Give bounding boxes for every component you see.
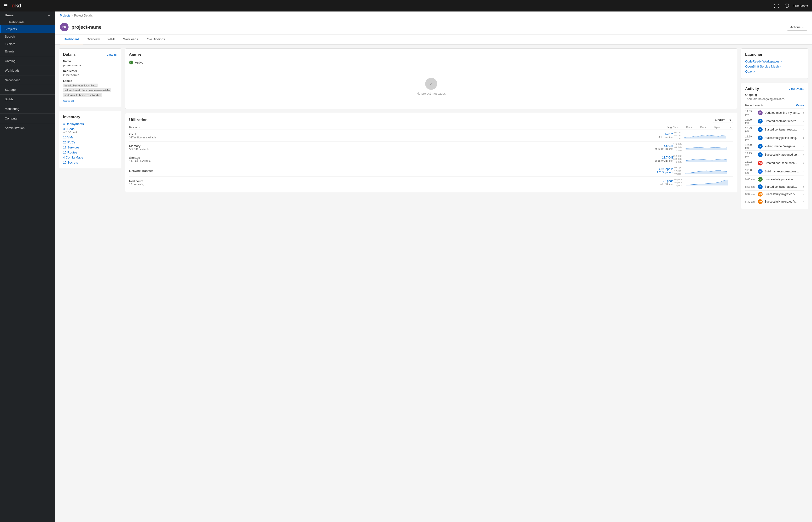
- breadcrumb-projects[interactable]: Projects: [60, 14, 70, 17]
- inventory-vms-link[interactable]: 10 VMs: [63, 136, 117, 139]
- inventory-secrets-link[interactable]: 10 Secrets: [63, 161, 117, 164]
- brand-o: o: [12, 3, 15, 9]
- sidebar-item-dashboards[interactable]: Dashboards: [0, 19, 55, 25]
- event-avatar: RC: [758, 161, 762, 165]
- event-chevron-icon: ›: [803, 178, 804, 181]
- launcher-service-mesh[interactable]: OpenShift Service Mesh: [745, 65, 804, 68]
- labels-view-all[interactable]: View all: [63, 99, 117, 103]
- tab-dashboard[interactable]: Dashboard: [60, 35, 83, 44]
- sidebar-item-networking[interactable]: Networking: [0, 76, 55, 84]
- tab-workloads[interactable]: Workloads: [119, 35, 142, 44]
- event-item-1[interactable]: 12:29 pm P Created container reacta... ›: [745, 117, 804, 125]
- event-time: 12:29 pm: [745, 127, 756, 133]
- event-time: 8:32 am: [745, 193, 756, 196]
- util-resource-name: Pod count: [129, 179, 652, 183]
- status-active-label: Active: [135, 61, 143, 64]
- inventory-configmaps-link[interactable]: 4 Config Maps: [63, 156, 117, 159]
- event-time: 12:29 pm: [745, 152, 756, 158]
- util-chart-cell: 10 Gbps5 Gbps0 Gbps: [673, 165, 733, 177]
- sidebar-item-events[interactable]: Events: [0, 48, 55, 55]
- sidebar-networking-label: Networking: [5, 78, 20, 82]
- inventory-pvcs-link[interactable]: 20 PVCs: [63, 141, 117, 144]
- sidebar-item-compute[interactable]: Compute: [0, 115, 55, 122]
- events-list: 12:43 pm M Updated machine mynam... › 12…: [745, 108, 804, 205]
- hamburger-icon[interactable]: ☰: [4, 3, 8, 8]
- sidebar-item-projects[interactable]: Projects: [0, 25, 55, 33]
- event-item-11[interactable]: 8:32 am VM Successfully migrated V... ›: [745, 198, 804, 205]
- status-active-icon: [129, 61, 133, 64]
- event-text: Successfully assigned ap...: [765, 153, 801, 156]
- event-item-10[interactable]: 8:32 am VM Successfully migrated V... ›: [745, 190, 804, 198]
- recent-events-label: Recent events: [745, 104, 763, 107]
- sidebar-item-home[interactable]: Home ⌄: [0, 12, 55, 19]
- inventory-list: 4 Deployments 38 Pods of 100 limit 10 VM…: [63, 122, 117, 164]
- util-title: Utilization: [129, 118, 148, 122]
- details-view-all[interactable]: View all: [107, 53, 117, 57]
- event-item-9[interactable]: 8:57 am P Started container appde... ›: [745, 183, 804, 190]
- inventory-pods-link[interactable]: 38 Pods: [63, 127, 117, 131]
- event-item-2[interactable]: 12:29 pm P Started container reacta... ›: [745, 125, 804, 134]
- sidebar-item-search[interactable]: Search: [0, 33, 55, 40]
- tick-12pm: 12pm: [714, 126, 719, 128]
- inventory-services-link[interactable]: 17 Services: [63, 146, 117, 149]
- event-chevron-icon: ›: [803, 153, 804, 156]
- util-resource-cell: CPU 327 millicores available: [129, 130, 652, 141]
- sidebar-item-administration[interactable]: Administration: [0, 124, 55, 132]
- util-resource-cell: Storage 11.3 GiB available: [129, 153, 652, 165]
- home-chevron-icon: ⌄: [48, 14, 50, 17]
- grid-icon[interactable]: ⋮⋮: [772, 3, 781, 8]
- tab-role-bindings[interactable]: Role Bindings: [142, 35, 169, 44]
- sidebar-item-builds[interactable]: Builds: [0, 96, 55, 103]
- launcher-quay[interactable]: Quay: [745, 70, 804, 73]
- tab-yaml[interactable]: YAML: [103, 35, 119, 44]
- sidebar-item-monitoring[interactable]: Monitoring: [0, 105, 55, 113]
- sidebar-item-storage[interactable]: Storage: [0, 86, 55, 94]
- actions-chevron-icon: ⌄: [801, 25, 804, 29]
- event-item-0[interactable]: 12:43 pm M Updated machine mynam... ›: [745, 108, 804, 117]
- sidebar-search-label: Search: [5, 35, 15, 38]
- util-resource-sub: 327 millicores available: [129, 136, 652, 139]
- time-select[interactable]: 6 hours 1 hour 12 hours 24 hours: [713, 117, 733, 123]
- view-events-link[interactable]: View events: [789, 87, 804, 91]
- sidebar-item-explore[interactable]: Explore: [0, 40, 55, 48]
- usage-header: Usage: [652, 125, 673, 130]
- event-item-3[interactable]: 12:29 pm P Successfully pulled imag... ›: [745, 134, 804, 142]
- pause-link[interactable]: Pause: [796, 104, 804, 107]
- event-item-6[interactable]: 11:02 am RC Created pod: react-web... ›: [745, 159, 804, 167]
- event-text: Started container reacta...: [765, 128, 801, 131]
- event-item-8[interactable]: 9:08 am PVC Successfully provision... ›: [745, 176, 804, 183]
- sidebar-item-catalog[interactable]: Catalog: [0, 57, 55, 65]
- status-menu-icon[interactable]: ⋮: [729, 53, 733, 58]
- event-item-7[interactable]: 10:38 am B Build name-test/react-we... ›: [745, 167, 804, 176]
- status-active-row: Active: [129, 61, 733, 64]
- sidebar-compute-label: Compute: [5, 117, 18, 120]
- status-title: Status: [129, 53, 141, 57]
- event-time: 11:02 am: [745, 160, 756, 166]
- inventory-deployments-link[interactable]: 4 Deployments: [63, 122, 117, 126]
- tab-overview[interactable]: Overview: [83, 35, 103, 44]
- event-text: Created container reacta...: [765, 120, 801, 123]
- event-item-4[interactable]: 12:29 pm P Pulling image "image-re... ›: [745, 142, 804, 150]
- middle-column: Status ⋮ Active ✓ No project messages: [125, 48, 737, 209]
- sidebar-divider-5: [0, 94, 55, 95]
- actions-button[interactable]: Actions ⌄: [787, 24, 807, 31]
- status-card: Status ⋮ Active ✓ No project messages: [125, 48, 737, 109]
- time-select-wrap: 6 hours 1 hour 12 hours 24 hours: [713, 117, 733, 123]
- tick-9am: 9am: [673, 126, 678, 128]
- util-resource-cell: Memory 5.5 GiB available: [129, 141, 652, 153]
- event-item-5[interactable]: 12:29 pm P Successfully assigned ap... ›: [745, 150, 804, 159]
- event-time: 9:08 am: [745, 178, 756, 181]
- sidebar-item-workloads[interactable]: Workloads: [0, 67, 55, 74]
- layout: Home ⌄ Dashboards Projects Search Explor…: [0, 12, 812, 522]
- user-menu[interactable]: First Last ▾: [793, 4, 808, 8]
- inventory-routes-link[interactable]: 10 Routes: [63, 150, 117, 154]
- event-avatar: P: [758, 127, 762, 132]
- util-resource-name: CPU: [129, 133, 652, 136]
- sidebar-events-label: Events: [5, 49, 14, 53]
- launcher-card: Launcher CodeReady Workspaces OpenShift …: [741, 48, 808, 79]
- event-avatar: VM: [758, 192, 762, 197]
- help-icon[interactable]: ⓘ: [785, 3, 789, 8]
- util-resource-name: Memory: [129, 144, 652, 148]
- event-text: Successfully provision...: [765, 178, 801, 181]
- launcher-codeready[interactable]: CodeReady Workspaces: [745, 60, 804, 63]
